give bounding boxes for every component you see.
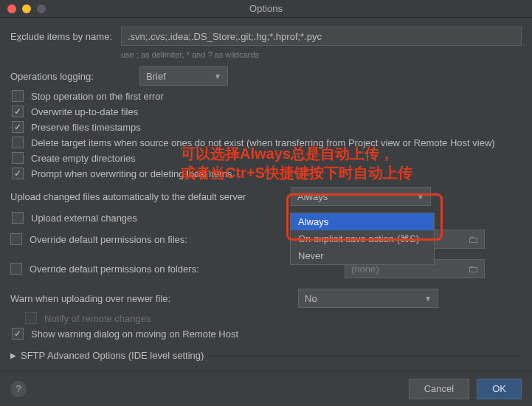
dropdown-option-always[interactable]: Always (291, 213, 434, 230)
create-empty-label: Create empty directories (31, 153, 136, 164)
perm-folders-label: Override default permissions on folders: (30, 264, 280, 275)
prompt-checkbox[interactable]: ✓ (12, 168, 24, 179)
chevron-down-icon: ▼ (214, 72, 221, 80)
folder-icon: 🗀 (468, 233, 478, 245)
delete-target-checkbox[interactable] (12, 137, 24, 148)
close-window-button[interactable] (7, 4, 16, 13)
window-title: Options (0, 3, 532, 14)
triangle-right-icon: ▶ (10, 351, 16, 359)
perm-files-checkbox[interactable] (10, 233, 22, 245)
dropdown-option-explicit-save[interactable]: On explicit save action (⌘S) (291, 230, 434, 247)
chevron-down-icon: ▼ (424, 295, 432, 303)
preserve-label: Preserve files timestamps (31, 122, 141, 133)
notify-remote-label: Notify of remote changes (44, 313, 151, 324)
notify-remote-checkbox (25, 312, 37, 324)
upload-auto-value: Always (297, 191, 328, 202)
prompt-label: Prompt when overwriting or deleting loca… (31, 168, 232, 179)
titlebar: Options (0, 0, 532, 18)
exclude-hint: use ; as delimiter, * and ? as wildcards (121, 50, 522, 59)
create-empty-checkbox[interactable] (12, 152, 24, 164)
logging-value: Brief (146, 71, 166, 82)
folder-icon: 🗀 (468, 263, 478, 275)
stop-error-label: Stop operation on the first error (31, 91, 164, 102)
sftp-advanced-disclosure[interactable]: ▶ SFTP Advanced Options (IDE level setti… (10, 350, 522, 361)
warn-newer-label: Warn when uploading over newer file: (10, 293, 298, 304)
show-warning-checkbox[interactable]: ✓ (12, 328, 24, 340)
perm-folders-checkbox[interactable] (10, 263, 22, 275)
warn-newer-value: No (305, 293, 317, 304)
zoom-window-button[interactable] (37, 4, 46, 13)
logging-label: Operations logging: (10, 71, 139, 82)
chevron-down-icon: ▼ (417, 193, 424, 201)
exclude-input[interactable] (121, 27, 522, 46)
upload-external-checkbox[interactable] (12, 212, 24, 224)
cancel-button[interactable]: Cancel (409, 379, 469, 399)
options-content: Exclude items by name: use ; as delimite… (0, 18, 532, 361)
overwrite-label: Overwrite up-to-date files (31, 106, 138, 117)
dropdown-option-never[interactable]: Never (291, 247, 434, 264)
delete-target-label: Delete target items when source ones do … (31, 137, 495, 148)
upload-external-label: Upload external changes (31, 213, 137, 224)
help-button[interactable]: ? (10, 381, 27, 397)
warn-newer-select[interactable]: No ▼ (298, 289, 438, 308)
upload-auto-dropdown: Always On explicit save action (⌘S) Neve… (290, 213, 435, 265)
upload-auto-label: Upload changed files automatically to th… (10, 191, 291, 202)
minimize-window-button[interactable] (22, 4, 31, 13)
upload-auto-select[interactable]: Always ▼ (291, 187, 431, 206)
separator (208, 356, 522, 357)
window-controls (0, 4, 46, 13)
sftp-advanced-label: SFTP Advanced Options (IDE level setting… (21, 350, 204, 361)
overwrite-checkbox[interactable]: ✓ (12, 106, 24, 117)
ok-button[interactable]: OK (477, 379, 522, 399)
show-warning-label: Show warning dialog on moving on Remote … (31, 328, 238, 340)
preserve-checkbox[interactable]: ✓ (12, 121, 24, 133)
exclude-label: Exclude items by name: (10, 31, 121, 42)
dialog-footer: ? Cancel OK (0, 371, 532, 406)
stop-error-checkbox[interactable] (12, 90, 24, 102)
logging-select[interactable]: Brief ▼ (139, 66, 228, 86)
perm-files-label: Override default permissions on files: (30, 234, 280, 245)
